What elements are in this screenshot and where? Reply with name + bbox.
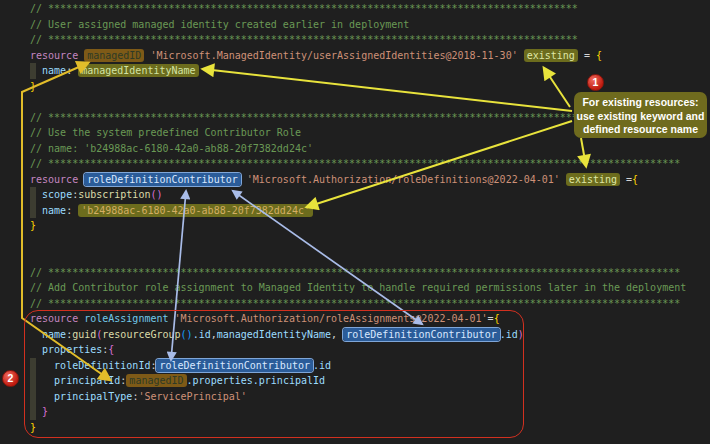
code-line: // *************************************…	[0, 265, 710, 281]
code-token: // *************************************…	[30, 3, 578, 14]
code-token: principalId	[54, 375, 120, 386]
code-token: subscription	[78, 189, 150, 200]
code-token: resource	[30, 50, 78, 61]
code-token	[30, 329, 42, 340]
code-token: resource	[30, 174, 78, 185]
code-token: :	[66, 65, 78, 76]
code-line: name: 'b24988ac-6180-42a0-ab88-20f7382dd…	[0, 203, 710, 219]
code-token: // *************************************…	[30, 34, 578, 45]
code-token: // User assigned managed identity create…	[30, 19, 409, 30]
code-line	[0, 234, 710, 250]
highlighted-token: managedID	[84, 49, 144, 62]
code-token	[30, 65, 42, 76]
code-token: // *************************************…	[30, 298, 680, 309]
highlighted-token: existing	[524, 49, 578, 62]
code-token: name	[42, 65, 66, 76]
code-line: // *************************************…	[0, 156, 710, 172]
highlighted-token: managedID	[126, 374, 186, 387]
code-token: 'Microsoft.ManagedIdentity/userAssignedI…	[150, 50, 517, 61]
code-token: :	[66, 205, 78, 216]
code-token: {	[108, 344, 114, 355]
code-token: // *************************************…	[30, 158, 680, 169]
code-token: 'ServicePrincipal'	[138, 391, 246, 402]
code-token: roleAssignment	[84, 313, 168, 324]
code-line: }	[0, 404, 710, 420]
highlighted-token: existing	[566, 173, 620, 186]
code-line: // *************************************…	[0, 32, 710, 48]
code-token: }	[30, 220, 36, 231]
code-token: resource	[30, 313, 78, 324]
code-token: )	[518, 329, 524, 340]
code-token	[30, 344, 42, 355]
code-token: }	[42, 406, 48, 417]
code-line: }	[0, 420, 710, 436]
code-token	[560, 174, 566, 185]
code-line: principalId:managedID.properties.princip…	[0, 373, 710, 389]
highlighted-token: managedIdentityName	[78, 64, 198, 77]
code-token: =	[578, 50, 596, 61]
code-token: name	[42, 329, 66, 340]
highlighted-token: 'b24988ac-6180-42a0-ab88-20f7382dd24c'	[78, 204, 313, 217]
code-token: 'Microsoft.Authorization/roleAssignments…	[175, 313, 488, 324]
code-token: 'Microsoft.Authorization/roleDefinitions…	[247, 174, 560, 185]
callout-line: For existing resources:	[574, 96, 707, 110]
highlighted-token: roleDefinitionContributor	[84, 173, 241, 186]
code-line: scope:subscription()	[0, 187, 710, 203]
code-line: name:guid(resourceGroup().id,managedIden…	[0, 327, 710, 343]
code-token: managedIdentityName	[217, 329, 331, 340]
code-token: // name: 'b24988ac-6180-42a0-ab88-20f738…	[30, 143, 313, 154]
code-token: principalType	[54, 391, 132, 402]
code-token: .properties.principalId	[187, 375, 325, 386]
code-token: // Add Contributor role assignment to Ma…	[30, 282, 686, 293]
code-token	[30, 360, 54, 371]
code-token: }	[30, 422, 36, 433]
code-token	[30, 375, 54, 386]
code-token: name	[42, 205, 66, 216]
code-token	[30, 406, 42, 417]
code-line: resource roleAssignment 'Microsoft.Autho…	[0, 311, 710, 327]
code-line: // User assigned managed identity create…	[0, 17, 710, 33]
code-line	[0, 249, 710, 265]
code-token: ,	[211, 329, 217, 340]
code-line: // *************************************…	[0, 296, 710, 312]
step-2-badge: 2	[2, 370, 19, 387]
code-token: properties	[42, 344, 102, 355]
code-token: // Use the system predefined Contributor…	[30, 127, 301, 138]
code-line: resource roleDefinitionContributor 'Micr…	[0, 172, 710, 188]
code-token: guid	[72, 329, 96, 340]
code-token: {	[596, 50, 602, 61]
code-line: resource managedID 'Microsoft.ManagedIde…	[0, 48, 710, 64]
code-token	[30, 205, 42, 216]
code-token: .id	[313, 360, 331, 371]
code-token: }	[30, 81, 36, 92]
code-line: // name: 'b24988ac-6180-42a0-ab88-20f738…	[0, 141, 710, 157]
code-token: ()	[181, 329, 193, 340]
code-token: .id	[193, 329, 211, 340]
code-token: ,	[331, 329, 343, 340]
code-token: {	[632, 174, 638, 185]
code-token: =	[620, 174, 632, 185]
highlighted-token: roleDefinitionContributor	[156, 359, 313, 372]
editor-screenshot: // *************************************…	[0, 0, 710, 444]
code-token: .id	[500, 329, 518, 340]
code-token: scope	[42, 189, 72, 200]
code-token: =	[488, 313, 494, 324]
code-line: roleDefinitionId:roleDefinitionContribut…	[0, 358, 710, 374]
code-token: // *************************************…	[30, 267, 680, 278]
code-token	[30, 391, 54, 402]
code-line: // Add Contributor role assignment to Ma…	[0, 280, 710, 296]
code-line: name: managedIdentityName	[0, 63, 710, 79]
callout-line: defined resource name	[574, 123, 707, 137]
code-line: properties:{	[0, 342, 710, 358]
code-token	[30, 189, 42, 200]
code-token: {	[494, 313, 500, 324]
code-line: principalType:'ServicePrincipal'	[0, 389, 710, 405]
code-token: ()	[150, 189, 162, 200]
existing-resources-callout: For existing resources: use existing key…	[574, 92, 707, 138]
code-token	[518, 50, 524, 61]
code-line: // *************************************…	[0, 1, 710, 17]
code-token	[169, 313, 175, 324]
callout-line: use existing keyword and	[574, 110, 707, 124]
step-1-badge: 1	[587, 74, 604, 91]
code-token	[241, 174, 247, 185]
